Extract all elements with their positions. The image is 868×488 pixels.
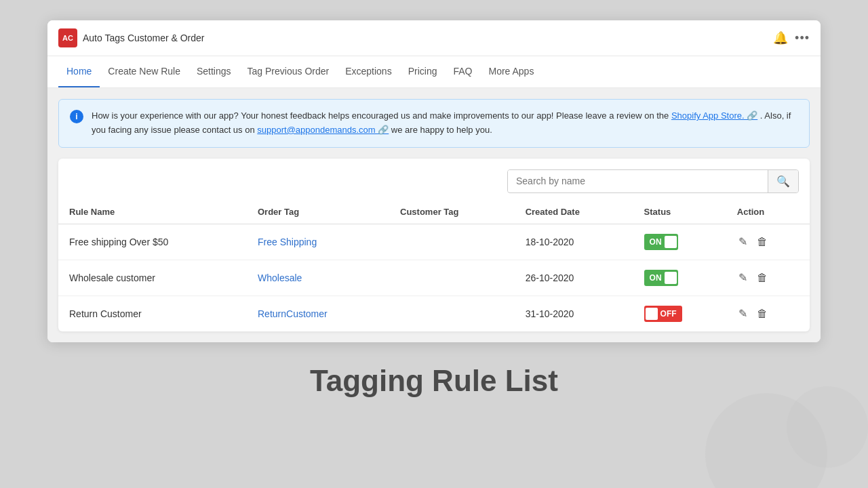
col-created-date: Created Date — [515, 200, 633, 224]
toggle-knob — [665, 272, 677, 284]
support-email-link[interactable]: support@appondemands.com 🔗 — [257, 125, 389, 135]
search-button[interactable]: 🔍 — [768, 170, 798, 192]
banner-text1: How is your experience with our app? You… — [92, 110, 671, 121]
col-order-tag: Order Tag — [247, 200, 389, 224]
toggle-on-label: ON — [650, 237, 662, 247]
search-icon: 🔍 — [776, 176, 790, 187]
rule-name-cell: Return Customer — [58, 296, 247, 331]
order-tag-cell: Free Shipping — [247, 224, 389, 260]
nav-more-apps[interactable]: More Apps — [480, 56, 542, 87]
nav-home[interactable]: Home — [58, 56, 100, 87]
edit-button[interactable]: ✎ — [737, 234, 749, 249]
nav-bar: Home Create New Rule Settings Tag Previo… — [47, 56, 821, 88]
action-cell: ✎ 🗑 — [726, 296, 810, 331]
info-banner: i How is your experience with our app? Y… — [58, 99, 810, 148]
edit-button[interactable]: ✎ — [737, 306, 749, 321]
edit-button[interactable]: ✎ — [737, 270, 749, 285]
content-area: i How is your experience with our app? Y… — [47, 88, 821, 342]
search-bar: 🔍 — [58, 159, 810, 200]
col-action: Action — [726, 200, 810, 224]
rule-name-cell: Wholesale customer — [58, 260, 247, 296]
status-toggle-on[interactable]: ON — [644, 234, 678, 250]
order-tag-link[interactable]: Free Shipping — [258, 237, 317, 247]
app-title: Auto Tags Customer & Order — [83, 33, 204, 43]
bell-icon[interactable]: 🔔 — [773, 30, 788, 45]
order-tag-cell: Wholesale — [247, 260, 389, 296]
order-tag-cell: ReturnCustomer — [247, 296, 389, 331]
table-header-row: Rule Name Order Tag Customer Tag Created… — [58, 200, 810, 224]
customer-tag-cell — [389, 260, 515, 296]
nav-settings[interactable]: Settings — [189, 56, 239, 87]
table-card: 🔍 Rule Name Order Tag Customer Tag Creat… — [58, 159, 810, 331]
col-customer-tag: Customer Tag — [389, 200, 515, 224]
table-row: Wholesale customer Wholesale 26-10-2020 … — [58, 260, 810, 296]
created-date-cell: 26-10-2020 — [515, 260, 633, 296]
table-row: Free shipping Over $50 Free Shipping 18-… — [58, 224, 810, 260]
page-label: Tagging Rule List — [47, 364, 821, 398]
nav-tag-previous-order[interactable]: Tag Previous Order — [239, 56, 338, 87]
table-row: Return Customer ReturnCustomer 31-10-202… — [58, 296, 810, 331]
order-tag-link[interactable]: ReturnCustomer — [258, 308, 328, 319]
customer-tag-cell — [389, 296, 515, 331]
status-toggle-off[interactable]: OFF — [644, 306, 682, 322]
search-input[interactable] — [508, 170, 768, 192]
app-logo: AC — [58, 28, 77, 47]
action-cell: ✎ 🗑 — [726, 260, 810, 296]
delete-button[interactable]: 🗑 — [755, 306, 769, 321]
toggle-knob — [646, 308, 658, 320]
action-cell: ✎ 🗑 — [726, 224, 810, 260]
delete-button[interactable]: 🗑 — [755, 270, 769, 285]
status-toggle-on[interactable]: ON — [644, 270, 678, 286]
search-input-wrapper: 🔍 — [507, 169, 799, 193]
col-status: Status — [633, 200, 726, 224]
toggle-knob — [665, 236, 677, 248]
status-cell: OFF — [633, 296, 726, 331]
title-bar-left: AC Auto Tags Customer & Order — [58, 28, 204, 47]
banner-text3: we are happy to help you. — [389, 125, 492, 135]
nav-faq[interactable]: FAQ — [445, 56, 480, 87]
created-date-cell: 31-10-2020 — [515, 296, 633, 331]
title-bar: AC Auto Tags Customer & Order 🔔 ••• — [47, 20, 821, 56]
customer-tag-cell — [389, 224, 515, 260]
title-bar-right: 🔔 ••• — [773, 30, 810, 45]
info-icon: i — [70, 110, 83, 123]
created-date-cell: 18-10-2020 — [515, 224, 633, 260]
toggle-off-label: OFF — [660, 309, 677, 319]
nav-pricing[interactable]: Pricing — [400, 56, 446, 87]
shopify-app-store-link[interactable]: Shopify App Store. 🔗 — [671, 110, 757, 121]
info-text: How is your experience with our app? You… — [92, 109, 798, 138]
delete-button[interactable]: 🗑 — [755, 235, 769, 249]
app-window: AC Auto Tags Customer & Order 🔔 ••• Home… — [47, 20, 821, 342]
rule-table: Rule Name Order Tag Customer Tag Created… — [58, 200, 810, 331]
order-tag-link[interactable]: Wholesale — [258, 272, 302, 283]
nav-exceptions[interactable]: Exceptions — [337, 56, 399, 87]
deco-circle-1 — [705, 393, 827, 488]
rule-name-cell: Free shipping Over $50 — [58, 224, 247, 260]
toggle-on-label: ON — [650, 273, 662, 283]
status-cell: ON — [633, 260, 726, 296]
status-cell: ON — [633, 224, 726, 260]
col-rule-name: Rule Name — [58, 200, 247, 224]
more-menu-icon[interactable]: ••• — [795, 31, 810, 45]
deco-circle-2 — [787, 386, 868, 468]
nav-create-new-rule[interactable]: Create New Rule — [100, 56, 189, 87]
